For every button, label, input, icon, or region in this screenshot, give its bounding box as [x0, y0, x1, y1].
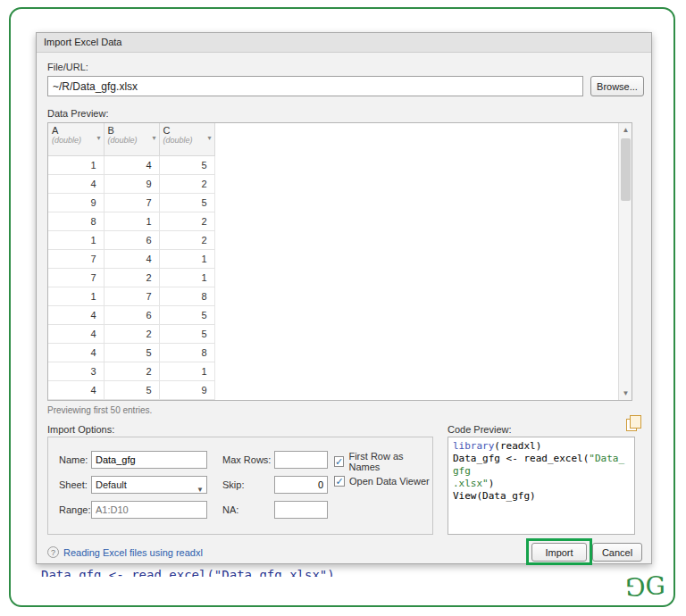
table-cell: 4	[104, 155, 159, 174]
import-excel-dialog: Import Excel Data File/URL: Browse... Da…	[36, 32, 652, 564]
table-cell: 7	[104, 287, 159, 305]
table-cell: 2	[159, 230, 214, 249]
table-cell: 1	[159, 362, 214, 380]
table-cell: 9	[48, 193, 104, 212]
code-token: View(Data_gfg)	[453, 490, 536, 502]
table-row: 145	[48, 155, 214, 174]
code-token: )	[489, 478, 495, 489]
copy-code-icon[interactable]	[626, 419, 637, 431]
dialog-title: Import Excel Data	[37, 33, 651, 53]
table-cell: 4	[48, 324, 104, 343]
code-token: (readxl)	[494, 440, 541, 452]
table-row: 178	[48, 287, 214, 305]
table-row-partial	[48, 399, 214, 401]
name-label: Name:	[59, 454, 88, 465]
table-cell: 2	[104, 324, 159, 343]
code-token: library	[453, 440, 494, 452]
table-cell: 2	[104, 268, 159, 287]
table-cell: 2	[104, 362, 159, 380]
sheet-select[interactable]: Default	[91, 476, 207, 494]
checkbox-label: Open Data Viewer	[349, 476, 430, 487]
column-type-dropdown-icon[interactable]	[207, 134, 211, 142]
column-header-b[interactable]: B (double)	[104, 123, 159, 155]
table-row: 162	[48, 230, 214, 249]
table-cell: 5	[104, 343, 159, 362]
code-preview-panel: library(readxl) Data_gfg <- read_excel("…	[448, 437, 635, 535]
table-row: 741	[48, 249, 214, 268]
table-cell: 1	[104, 212, 159, 230]
table-cell: 6	[104, 230, 159, 249]
help-link-row[interactable]: Reading Excel files using readxl	[47, 546, 203, 558]
help-link[interactable]: Reading Excel files using readxl	[63, 547, 203, 558]
table-cell	[48, 399, 104, 401]
table-cell: 7	[48, 249, 104, 268]
table-cell: 4	[48, 380, 104, 399]
file-url-label: File/URL:	[47, 62, 88, 72]
table-cell	[104, 399, 159, 401]
table-cell: 9	[104, 174, 159, 193]
table-cell: 8	[159, 343, 214, 362]
table-cell: 4	[48, 305, 104, 324]
table-cell: 1	[48, 155, 104, 174]
column-type-dropdown-icon[interactable]	[96, 134, 100, 142]
code-preview-text: library(readxl) Data_gfg <- read_excel("…	[453, 440, 630, 503]
table-cell: 4	[48, 174, 104, 193]
max-rows-input[interactable]	[274, 451, 328, 469]
logo-letter-left: G	[625, 571, 645, 601]
open-data-viewer-checkbox[interactable]: Open Data Viewer	[334, 476, 430, 487]
logo-letter-right: G	[645, 571, 665, 601]
table-cell: 1	[159, 268, 214, 287]
scroll-up-icon[interactable]	[619, 123, 632, 137]
skip-input[interactable]	[274, 476, 328, 494]
column-name: B	[108, 125, 155, 136]
import-options-label: Import Options:	[47, 424, 114, 435]
table-row: 458	[48, 343, 214, 362]
table-cell: 1	[48, 230, 104, 249]
table-cell: 5	[104, 380, 159, 399]
preview-note: Previewing first 50 entries.	[47, 405, 152, 415]
table-header-row: A (double) B (double) C (double)	[48, 123, 214, 155]
table-cell: 1	[159, 249, 214, 268]
skip-label: Skip:	[222, 479, 244, 490]
geeksforgeeks-logo: GG	[625, 571, 665, 601]
scrollbar-thumb[interactable]	[621, 138, 631, 201]
column-type-dropdown-icon[interactable]	[152, 134, 155, 142]
table-cell: 4	[48, 343, 104, 362]
first-row-as-names-checkbox[interactable]: First Row as Names	[334, 451, 432, 472]
preview-table-body: 145492975812162741721178465425458321459	[48, 155, 214, 401]
browse-button[interactable]: Browse...	[590, 76, 644, 96]
table-row: 721	[48, 268, 214, 287]
column-name: A	[52, 125, 100, 136]
table-cell: 5	[159, 324, 214, 343]
table-row: 975	[48, 193, 214, 212]
table-row: 812	[48, 212, 214, 230]
column-name: C	[163, 125, 211, 136]
range-input[interactable]	[91, 501, 207, 519]
table-cell: 7	[48, 268, 104, 287]
table-cell: 1	[48, 287, 104, 305]
table-cell: 6	[104, 305, 159, 324]
data-preview-label: Data Preview:	[47, 108, 108, 119]
column-header-a[interactable]: A (double)	[48, 123, 104, 155]
column-type: (double)	[163, 136, 211, 145]
table-cell: 5	[159, 155, 214, 174]
table-cell: 4	[104, 249, 159, 268]
cancel-button[interactable]: Cancel	[592, 543, 642, 562]
import-button[interactable]: Import	[531, 543, 587, 562]
code-token: Data_gfg <- read_excel(	[453, 453, 589, 464]
file-url-input[interactable]	[47, 76, 583, 96]
name-input[interactable]	[91, 451, 207, 469]
table-cell: 2	[159, 212, 214, 230]
range-label: Range:	[59, 504, 90, 515]
vertical-scrollbar[interactable]	[618, 123, 632, 400]
checkbox-label: First Row as Names	[348, 451, 432, 472]
table-row: 459	[48, 380, 214, 399]
table-cell: 2	[159, 174, 214, 193]
table-row: 321	[48, 362, 214, 380]
column-header-c[interactable]: C (double)	[159, 123, 214, 155]
scroll-down-icon[interactable]	[619, 387, 632, 400]
na-label: NA:	[222, 504, 238, 515]
code-preview-label: Code Preview:	[448, 424, 512, 435]
na-input[interactable]	[274, 501, 328, 519]
table-cell: 5	[159, 193, 214, 212]
